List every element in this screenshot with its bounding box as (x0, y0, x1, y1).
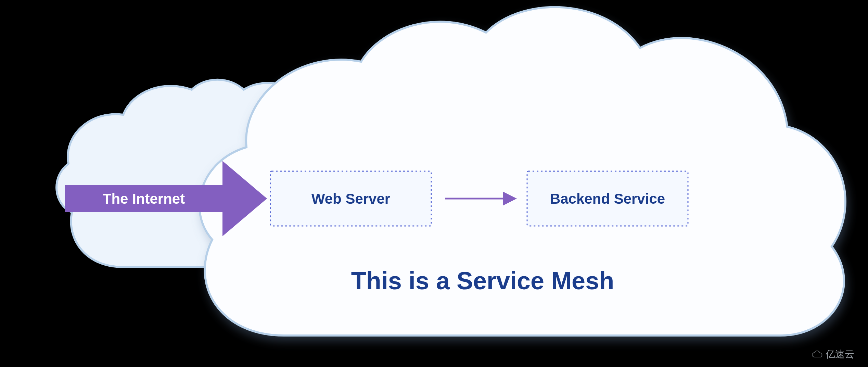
cloud-icon (811, 350, 824, 358)
web-server-label: Web Server (311, 191, 390, 207)
watermark: 亿速云 (811, 348, 854, 361)
web-server-box: Web Server (270, 171, 431, 226)
watermark-text: 亿速云 (826, 348, 854, 361)
backend-service-label: Backend Service (550, 191, 665, 207)
internet-label: The Internet (103, 191, 185, 207)
service-mesh-caption: This is a Service Mesh (351, 267, 614, 294)
backend-service-box: Backend Service (527, 171, 688, 226)
